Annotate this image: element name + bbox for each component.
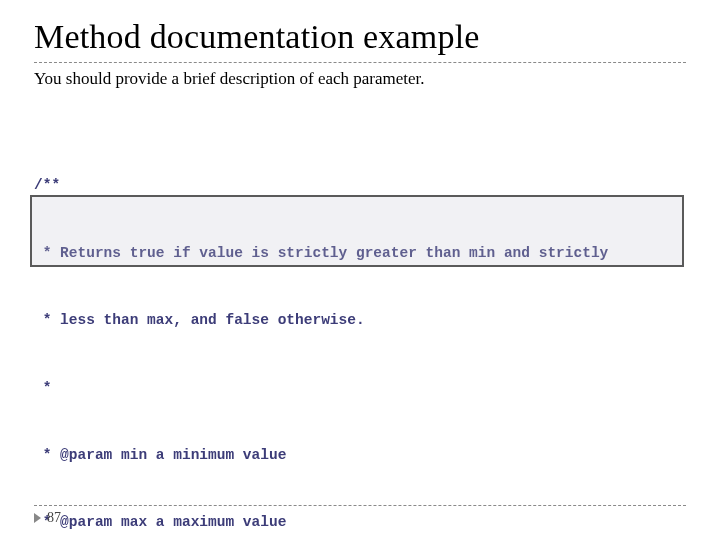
code-line: * Returns true if value is strictly grea… — [34, 242, 686, 264]
footer-row: 87 — [34, 510, 686, 526]
code-line: * @param min a minimum value — [34, 444, 686, 466]
code-line: * less than max, and false otherwise. — [34, 309, 686, 331]
title-divider — [34, 62, 686, 63]
code-block: /** * Returns true if value is strictly … — [34, 107, 686, 540]
slide-title: Method documentation example — [34, 18, 686, 56]
code-line: * — [34, 377, 686, 399]
slide-subtitle: You should provide a brief description o… — [34, 69, 686, 89]
code-line: /** — [34, 174, 686, 196]
slide-footer: 87 — [34, 505, 686, 526]
slide: Method documentation example You should … — [0, 0, 720, 540]
page-number: 87 — [47, 510, 61, 526]
footer-divider — [34, 505, 686, 506]
footer-marker-icon — [34, 513, 41, 523]
